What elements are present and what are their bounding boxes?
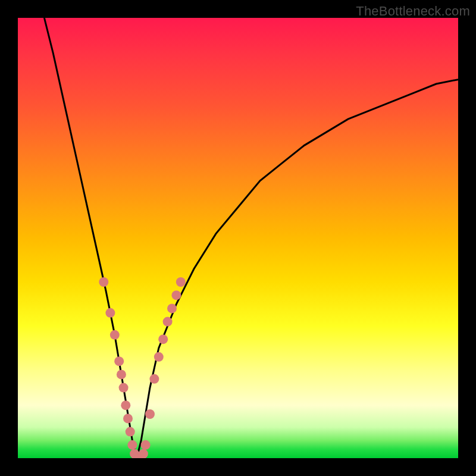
data-dot (145, 409, 155, 419)
data-dot (105, 308, 115, 318)
data-dot (127, 440, 137, 450)
data-dot (126, 427, 135, 437)
data-dot (139, 449, 148, 458)
data-dot (154, 352, 164, 362)
data-dot (119, 383, 129, 393)
data-dot (117, 369, 126, 379)
data-dot (99, 277, 108, 287)
data-dot (176, 277, 186, 287)
chart-container: TheBottleneck.com (0, 0, 476, 476)
data-dot (171, 290, 181, 300)
data-dot (158, 334, 168, 344)
data-dot (123, 414, 133, 423)
curve-svg (18, 18, 458, 458)
data-dot (110, 330, 120, 340)
plot-area (18, 18, 458, 458)
data-dot (121, 400, 130, 410)
data-dot (149, 374, 159, 384)
data-dot (114, 356, 124, 366)
data-dot (163, 317, 173, 327)
watermark-text: TheBottleneck.com (356, 4, 470, 19)
data-dot (141, 440, 151, 450)
bottleneck-curve (44, 18, 458, 458)
data-dot (167, 303, 177, 313)
